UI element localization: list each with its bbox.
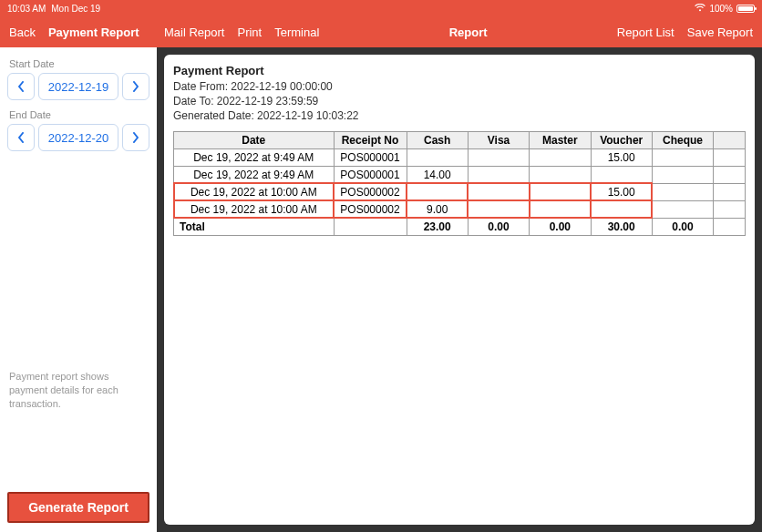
report-card: Payment Report Date From: 2022-12-19 00:…: [164, 55, 755, 525]
status-date: Mon Dec 19: [51, 4, 100, 14]
date-to-label: Date To:: [173, 95, 213, 107]
table-cell: [714, 200, 746, 218]
table-total-cell: Total: [174, 218, 335, 235]
table-cell: [714, 148, 746, 166]
table-cell: [468, 200, 529, 218]
report-list-button[interactable]: Report List: [617, 26, 674, 39]
table-cell: [714, 166, 746, 183]
table-col-3: Visa: [468, 131, 529, 148]
status-bar: 10:03 AM Mon Dec 19 100%: [0, 0, 762, 16]
table-cell: [591, 200, 652, 218]
table-cell: [714, 183, 746, 200]
table-col-0: Date: [174, 131, 335, 148]
table-cell: POS000001: [334, 148, 407, 166]
table-cell: [530, 183, 591, 200]
nav-title: Report: [449, 26, 488, 39]
start-date-label: Start Date: [9, 58, 149, 69]
date-from-value: 2022-12-19 00:00:00: [231, 80, 332, 93]
table-col-4: Master: [530, 131, 591, 148]
table-cell: POS000001: [334, 166, 407, 183]
end-date-field[interactable]: 2022-12-20: [38, 124, 118, 151]
table-header-row: DateReceipt NoCashVisaMasterVoucherChequ…: [174, 131, 746, 148]
table-cell: [407, 148, 468, 166]
table-cell: [652, 148, 713, 166]
generated-value: 2022-12-19 10:03:22: [257, 109, 358, 122]
table-cell: [468, 166, 529, 183]
table-cell: [530, 148, 591, 166]
table-cell: POS000002: [334, 200, 407, 218]
table-cell: Dec 19, 2022 at 9:49 AM: [174, 148, 335, 166]
table-col-6: Cheque: [652, 131, 713, 148]
end-date-label: End Date: [9, 109, 149, 120]
table-col-1: Receipt No: [334, 131, 407, 148]
start-date-value: 2022-12-19: [48, 80, 109, 94]
report-table: DateReceipt NoCashVisaMasterVoucherChequ…: [173, 131, 746, 236]
sidebar-hint: Payment report shows payment details for…: [7, 370, 149, 411]
table-col-2: Cash: [407, 131, 468, 148]
table-total-cell: 23.00: [407, 218, 468, 235]
status-time: 10:03 AM: [7, 4, 46, 14]
sidebar: Start Date 2022-12-19 End Date 2022-12: [0, 47, 157, 532]
table-total-cell: [334, 218, 407, 235]
nav-left-title: Payment Report: [48, 26, 139, 39]
generated-label: Generated Date:: [173, 109, 254, 122]
date-from-label: Date From:: [173, 80, 228, 93]
table-cell: 14.00: [407, 166, 468, 183]
table-cell: Dec 19, 2022 at 9:49 AM: [174, 166, 335, 183]
date-to-value: 2022-12-19 23:59:59: [217, 95, 318, 107]
start-date-prev-button[interactable]: [7, 73, 35, 100]
mail-report-button[interactable]: Mail Report: [164, 26, 224, 39]
table-cell: Dec 19, 2022 at 10:00 AM: [174, 183, 335, 200]
table-cell: [652, 183, 713, 200]
table-cell: [468, 183, 529, 200]
back-button[interactable]: Back: [9, 26, 36, 39]
table-total-row: Total23.000.000.0030.000.00: [174, 218, 746, 235]
end-date-value: 2022-12-20: [48, 131, 109, 145]
table-total-cell: 0.00: [652, 218, 713, 235]
table-row: Dec 19, 2022 at 10:00 AMPOS00000215.00: [174, 183, 746, 200]
terminal-button[interactable]: Terminal: [274, 26, 319, 39]
main-panel: Payment Report Date From: 2022-12-19 00:…: [157, 47, 762, 532]
start-date-next-button[interactable]: [122, 73, 149, 100]
generate-report-label: Generate Report: [28, 500, 129, 515]
table-cell: [652, 200, 713, 218]
report-title: Payment Report: [173, 64, 746, 77]
table-row: Dec 19, 2022 at 10:00 AMPOS0000029.00: [174, 200, 746, 218]
save-report-button[interactable]: Save Report: [687, 26, 753, 39]
table-cell: [468, 148, 529, 166]
table-col-5: Voucher: [591, 131, 652, 148]
table-cell: 9.00: [407, 200, 468, 218]
generate-report-button[interactable]: Generate Report: [7, 492, 149, 523]
table-total-cell: 0.00: [530, 218, 591, 235]
table-cell: Dec 19, 2022 at 10:00 AM: [174, 200, 335, 218]
table-total-cell: [714, 218, 746, 235]
table-cell: POS000002: [334, 183, 407, 200]
start-date-field[interactable]: 2022-12-19: [38, 73, 118, 100]
end-date-next-button[interactable]: [122, 124, 149, 151]
table-row: Dec 19, 2022 at 9:49 AMPOS00000115.00: [174, 148, 746, 166]
table-cell: [530, 166, 591, 183]
table-cell: [652, 166, 713, 183]
table-cell: [407, 183, 468, 200]
table-cell: 15.00: [591, 183, 652, 200]
table-col-7: [714, 131, 746, 148]
table-total-cell: 30.00: [591, 218, 652, 235]
battery-pct: 100%: [709, 4, 733, 14]
table-cell: 15.00: [591, 148, 652, 166]
table-body: Dec 19, 2022 at 9:49 AMPOS00000115.00Dec…: [174, 148, 746, 235]
table-row: Dec 19, 2022 at 9:49 AMPOS00000114.00: [174, 166, 746, 183]
nav-bar: Back Payment Report Mail Report Print Te…: [0, 16, 762, 47]
table-cell: [591, 166, 652, 183]
print-button[interactable]: Print: [237, 26, 262, 39]
end-date-prev-button[interactable]: [7, 124, 35, 151]
battery-icon: [736, 5, 755, 13]
wifi-icon: [695, 4, 705, 14]
table-cell: [530, 200, 591, 218]
table-total-cell: 0.00: [468, 218, 529, 235]
